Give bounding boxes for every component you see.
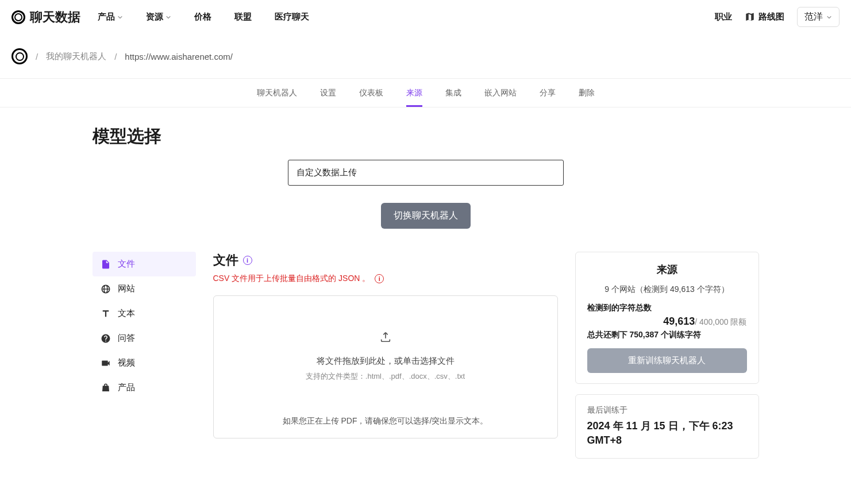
model-select[interactable]: 自定义数据上传: [288, 160, 564, 186]
logo-icon: [11, 10, 25, 24]
upload-subtext: 支持的文件类型：.html、.pdf、.docx、.csv、.txt: [231, 371, 540, 382]
upload-icon: [379, 330, 392, 343]
page-title: 模型选择: [93, 125, 759, 148]
pdf-note: 如果您正在上传 PDF，请确保您可以选择/突出显示文本。: [231, 416, 540, 426]
sidebar-item-product[interactable]: 产品: [93, 375, 196, 400]
nav-medical[interactable]: 医疗聊天: [275, 11, 309, 22]
source-sidebar: 文件 网站 文本 问答 视频 产品: [93, 252, 196, 400]
text-icon: [101, 309, 111, 319]
nav-product[interactable]: 产品: [98, 11, 123, 22]
tab-delete[interactable]: 删除: [579, 88, 595, 107]
source-card-title: 来源: [587, 263, 747, 276]
help-icon: [101, 333, 111, 344]
total-chars-label: 检测到的字符总数: [587, 303, 747, 313]
video-icon: [101, 358, 111, 368]
content-panel: 文件 i CSV 文件用于上传批量自由格式的 JSON 。 i 将文件拖放到此处…: [213, 252, 558, 438]
tab-sources[interactable]: 来源: [406, 88, 422, 107]
breadcrumb-sep: /: [114, 52, 117, 61]
center-block: 自定义数据上传 切换聊天机器人: [93, 160, 759, 229]
source-card: 来源 9 个网站（检测到 49,613 个字符） 检测到的字符总数 49,613…: [575, 252, 759, 384]
map-icon: [745, 12, 755, 22]
info-icon[interactable]: i: [375, 274, 384, 283]
bottom-layout: 文件 网站 文本 问答 视频 产品: [93, 252, 759, 459]
nav-items: 产品 资源 价格 联盟 医疗聊天: [98, 11, 309, 22]
nav-label: 医疗聊天: [275, 11, 309, 22]
right-panel: 来源 9 个网站（检测到 49,613 个字符） 检测到的字符总数 49,613…: [575, 252, 759, 459]
chevron-down-icon: [165, 14, 171, 20]
panel-title: 文件: [213, 252, 238, 269]
total-chars-value: 49,613/ 400,000 限额: [587, 316, 747, 328]
retrain-button[interactable]: 重新训练聊天机器人: [587, 348, 747, 373]
nav-label: 路线图: [758, 11, 784, 22]
user-name: 范洋: [804, 11, 823, 23]
chevron-down-icon: [117, 14, 123, 20]
last-trained-label: 最后训练于: [587, 405, 747, 415]
sidebar-label: 文本: [118, 308, 135, 319]
logo[interactable]: 聊天数据: [11, 9, 80, 26]
sidebar-label: 视频: [118, 357, 135, 368]
product-icon: [101, 383, 111, 393]
nav-label: 职业: [715, 11, 732, 22]
remaining-chars: 总共还剩下 750,387 个训练字符: [587, 330, 747, 340]
sidebar-item-qa[interactable]: 问答: [93, 326, 196, 351]
file-icon: [101, 259, 111, 270]
info-icon[interactable]: i: [243, 256, 252, 265]
sidebar-item-video[interactable]: 视频: [93, 351, 196, 375]
nav-alliance[interactable]: 联盟: [234, 11, 252, 22]
nav-roadmap[interactable]: 路线图: [745, 11, 784, 22]
tab-integration[interactable]: 集成: [445, 88, 461, 107]
switch-chatbot-button[interactable]: 切换聊天机器人: [381, 203, 471, 229]
nav-label: 价格: [194, 11, 211, 22]
breadcrumb: / 我的聊天机器人 / https://www.aisharenet.com/: [0, 34, 851, 79]
sidebar-label: 产品: [118, 382, 135, 393]
breadcrumb-logo-icon[interactable]: [11, 48, 28, 64]
sidebar-item-files[interactable]: 文件: [93, 252, 196, 276]
tab-settings[interactable]: 设置: [320, 88, 336, 107]
nav-label: 产品: [98, 11, 115, 22]
source-detected: 9 个网站（检测到 49,613 个字符）: [587, 284, 747, 295]
nav-label: 联盟: [234, 11, 252, 22]
upload-dropzone[interactable]: 将文件拖放到此处，或单击选择文件 支持的文件类型：.html、.pdf、.doc…: [213, 295, 558, 438]
tab-chatbot[interactable]: 聊天机器人: [257, 88, 297, 107]
breadcrumb-current: https://www.aisharenet.com/: [125, 52, 233, 61]
sidebar-label: 网站: [118, 283, 135, 294]
tabs: 聊天机器人 设置 仪表板 来源 集成 嵌入网站 分享 删除: [0, 79, 851, 107]
user-menu[interactable]: 范洋: [797, 7, 840, 27]
last-trained-value: 2024 年 11 月 15 日，下午 6:23 GMT+8: [587, 419, 747, 448]
csv-note-text: CSV 文件用于上传批量自由格式的 JSON 。: [213, 274, 371, 284]
top-nav: 聊天数据 产品 资源 价格 联盟 医疗聊天 职业 路线图 范洋: [0, 0, 851, 34]
breadcrumb-sep: /: [36, 52, 38, 61]
breadcrumb-my-chatbots[interactable]: 我的聊天机器人: [46, 51, 106, 62]
chars-limit: / 400,000 限额: [695, 317, 746, 326]
last-trained-card: 最后训练于 2024 年 11 月 15 日，下午 6:23 GMT+8: [575, 394, 759, 459]
sidebar-item-website[interactable]: 网站: [93, 276, 196, 301]
nav-resources[interactable]: 资源: [146, 11, 171, 22]
nav-careers[interactable]: 职业: [715, 11, 732, 22]
globe-icon: [101, 284, 111, 294]
upload-text: 将文件拖放到此处，或单击选择文件: [231, 356, 540, 367]
main-content: 模型选择 自定义数据上传 切换聊天机器人 文件 网站 文本 问答: [81, 107, 771, 476]
sidebar-label: 文件: [118, 259, 135, 270]
logo-text: 聊天数据: [30, 9, 80, 26]
nav-right: 职业 路线图 范洋: [715, 7, 840, 27]
nav-label: 资源: [146, 11, 163, 22]
chars-num: 49,613: [663, 316, 695, 327]
tab-embed[interactable]: 嵌入网站: [484, 88, 517, 107]
nav-pricing[interactable]: 价格: [194, 11, 211, 22]
tab-share[interactable]: 分享: [540, 88, 556, 107]
sidebar-item-text[interactable]: 文本: [93, 301, 196, 326]
sidebar-label: 问答: [118, 333, 135, 344]
chevron-down-icon: [826, 14, 832, 20]
tab-dashboard[interactable]: 仪表板: [359, 88, 383, 107]
csv-note: CSV 文件用于上传批量自由格式的 JSON 。 i: [213, 274, 558, 284]
panel-header: 文件 i: [213, 252, 558, 269]
